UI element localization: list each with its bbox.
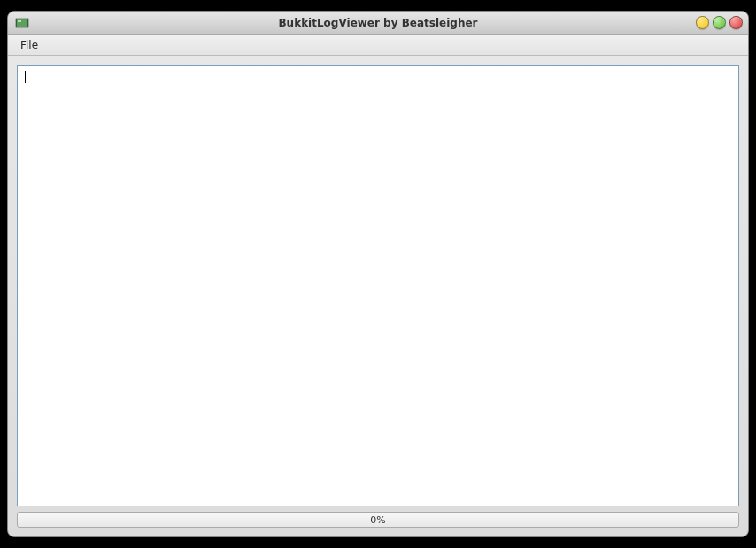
- log-viewer-frame: [17, 65, 739, 506]
- log-textarea[interactable]: [18, 66, 738, 506]
- window-controls: [696, 16, 743, 29]
- window-title: BukkitLogViewer by Beatsleigher: [8, 17, 748, 29]
- text-cursor-icon: [25, 71, 26, 83]
- svg-rect-2: [18, 20, 21, 22]
- progress-label: 0%: [370, 514, 385, 526]
- menubar: File: [8, 35, 748, 56]
- close-button[interactable]: [729, 16, 743, 29]
- app-window: BukkitLogViewer by Beatsleigher File 0%: [7, 11, 749, 537]
- titlebar[interactable]: BukkitLogViewer by Beatsleigher: [8, 12, 748, 35]
- menu-file[interactable]: File: [12, 36, 47, 54]
- progress-bar: 0%: [17, 512, 739, 528]
- minimize-button[interactable]: [696, 16, 709, 29]
- app-icon: [15, 16, 29, 30]
- maximize-button[interactable]: [713, 16, 726, 29]
